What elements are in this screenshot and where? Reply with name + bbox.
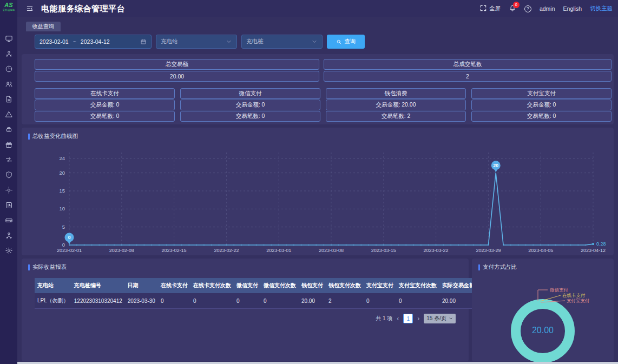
x-axis-label: 2023-02-22 [214,248,239,253]
fullscreen-button[interactable]: 全屏 [479,4,501,13]
summary-panel: 总交易额 20.00 总成交笔数 2 在线卡支付 交易金额: 0 交易笔数: 0… [22,54,614,124]
payment-card-wechat: 微信支付 交易金额: 0 交易笔数: 0 [180,88,320,122]
logo-text: AS [0,2,17,8]
x-axis-label: 2023-04-12 [581,248,606,253]
table-row[interactable]: LPL（勿删）12202303103204122023-03-30000020.… [35,293,504,309]
app-window: AS 安科瑞电能 电能服务综合管理平台 全屏 0 ? admin English… [0,0,618,364]
end-date-value: 2023-04-12 [81,38,110,45]
payment-card-title: 微信支付 [180,88,320,99]
payment-card-title: 在线卡支付 [35,88,175,99]
logo-subtext: 安科瑞电能 [1,8,17,11]
date-separator: ~ [73,38,76,45]
tab-revenue-query[interactable]: 收益查询 [26,22,61,31]
y-axis-label: 15 [59,188,65,194]
fullscreen-icon [479,4,487,13]
page-number-button[interactable]: 1 [403,314,413,323]
payment-amount: 交易金额: 20.00 [326,100,466,110]
report-panel: 实际收益报表 充电站充电桩编号日期在线卡支付在线卡支付次数微信支付微信支付次数钱… [22,259,469,361]
help-icon[interactable]: ? [524,5,531,12]
sidebar-item-document[interactable] [0,91,17,107]
total-count-label: 总成交笔数 [324,59,612,70]
shield-icon [5,171,13,179]
filter-bar: 2023-02-01 ~ 2023-04-12 充电站 充电桩 查询 [17,32,618,52]
table-cell: 0 [364,293,396,309]
sidebar-item-control[interactable] [0,182,17,197]
theme-switch-link[interactable]: 切换主题 [590,5,613,12]
sidebar-item-time[interactable] [0,61,17,76]
top-header: 电能服务综合管理平台 全屏 0 ? admin English 切换主题 [17,0,618,17]
prev-page-button[interactable]: ‹ [397,315,399,322]
pagination-total: 共 1 项 [376,315,392,322]
payment-share-panel: 支付方式占比 20.00 微信支付在线卡支付支付宝支付 [472,259,614,361]
payment-card-alipay: 支付宝支付 交易金额: 0 交易笔数: 0 [471,88,612,122]
sidebar-item-users[interactable] [0,76,17,91]
sidebar-item-monitor[interactable] [0,31,17,46]
sidebar-item-org[interactable] [0,228,17,243]
sidebar-item-storage[interactable] [0,213,17,228]
control-icon [5,186,13,194]
username[interactable]: admin [540,5,555,12]
sidebar-item-billing[interactable] [0,197,17,213]
page-size-select[interactable]: 15 条/页 [424,314,456,323]
date-range-picker[interactable]: 2023-02-01 ~ 2023-04-12 [35,35,152,49]
billing-icon [5,201,13,209]
x-axis-label: 2023-02-08 [109,248,134,253]
title-accent-bar [28,134,30,140]
end-point [592,243,594,245]
table-cell: 1220230310320412 [71,293,125,309]
tab-bar: 收益查询 [17,17,618,32]
column-header: 支付宝支付 [364,278,396,293]
sidebar-item-robot[interactable] [0,122,17,137]
shuffle-icon [5,156,13,164]
y-axis-label: 10 [59,206,65,211]
sidebar-item-agent[interactable] [0,46,17,61]
station-select[interactable]: 充电站 [156,35,237,49]
total-amount-value: 20.00 [35,71,319,82]
callout-line [541,301,565,302]
column-header: 微信支付 [234,278,261,293]
page-size-value: 15 条/页 [426,315,446,322]
x-axis-label: 2023-02-01 [57,248,82,253]
start-date-value: 2023-02-01 [40,38,69,45]
payment-count: 交易笔数: 0 [471,111,612,122]
monitor-icon [5,35,13,43]
header-actions: 全屏 0 ? admin English 切换主题 [479,4,613,13]
app-logo[interactable]: AS 安科瑞电能 [0,0,17,17]
column-header: 在线卡支付 [158,278,190,293]
end-value-label: 0.28 [596,241,606,247]
revenue-chart-panel: 总收益变化曲线图 05101520242023-02-012023-02-082… [22,128,614,255]
query-button-label: 查询 [345,38,356,45]
column-header: 微信支付次数 [261,278,299,293]
gift-icon [5,141,13,149]
chevron-down-icon [449,316,453,321]
y-axis-label: 0 [62,242,65,248]
title-accent-bar [28,264,30,270]
language-switch[interactable]: English [563,5,582,12]
table-cell: 0 [261,293,299,309]
time-icon [5,65,13,73]
notification-badge: 0 [513,2,520,8]
total-count-card: 总成交笔数 2 [324,59,612,83]
notifications-button[interactable]: 0 [509,4,516,13]
payment-card-title: 钱包消费 [326,88,466,99]
revenue-line-chart: 05101520242023-02-012023-02-082023-02-15… [22,143,614,254]
fullscreen-label: 全屏 [489,5,501,12]
query-button[interactable]: 查询 [327,35,365,49]
sidebar-item-settings[interactable] [0,243,17,258]
table-cell: 20.00 [299,293,326,309]
balloon-marker-value: 20 [493,163,498,168]
sidebar-item-alert[interactable] [0,107,17,122]
sidebar-item-gift[interactable] [0,137,17,152]
y-axis-label: 5 [62,224,65,230]
users-icon [5,80,13,88]
sidebar-item-shield[interactable] [0,167,17,182]
table-cell: 2 [326,293,364,309]
horizontal-scrollbar[interactable] [17,362,618,364]
x-axis-label: 2023-03-29 [476,248,501,253]
menu-fold-icon[interactable] [26,5,34,12]
sidebar-item-shuffle[interactable] [0,152,17,167]
payment-amount: 交易金额: 0 [35,100,175,110]
chevron-down-icon [311,38,318,45]
next-page-button[interactable]: › [417,315,419,322]
pile-select[interactable]: 充电桩 [241,35,323,49]
